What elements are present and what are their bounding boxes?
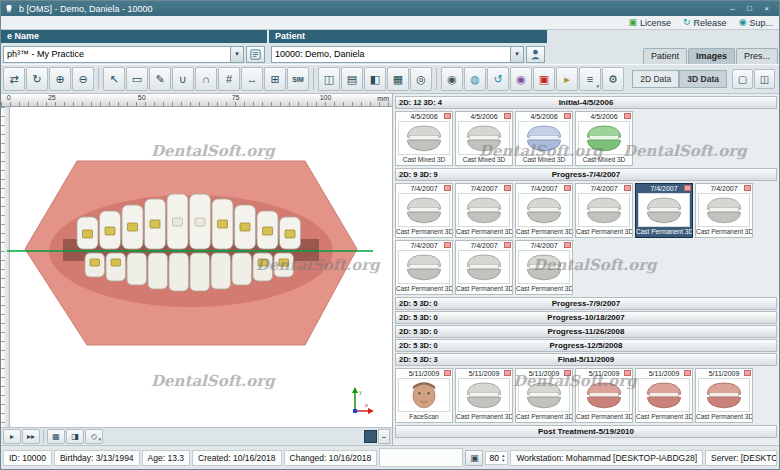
image-thumbnail[interactable]: 7/4/2007Cast Permanent 3D — [455, 183, 513, 238]
thumbnail-image — [458, 378, 510, 412]
grid-view-button[interactable]: ▦ — [47, 429, 65, 444]
record-icon[interactable]: ◉ — [510, 67, 532, 91]
zoom-out-tool-icon[interactable]: ⊖ — [72, 67, 94, 91]
practice-combo-arrow-icon[interactable]: ▾ — [230, 47, 243, 62]
image-thumbnail[interactable]: 5/11/2009Cast Permanent 3D — [455, 368, 513, 423]
status-release[interactable]: ↻Release — [683, 18, 727, 28]
patient-combo[interactable]: 10000: Demo, Daniela ▾ — [271, 46, 524, 63]
more-options-button[interactable]: ▪▪ — [378, 429, 390, 444]
maximize-button[interactable]: □ — [741, 4, 758, 13]
patient-photo-button[interactable]: ▣ — [465, 450, 483, 466]
3d-viewport[interactable]: y x — [1, 107, 392, 427]
clip-plane-icon[interactable]: ◧ — [364, 67, 386, 91]
settings-gear-icon[interactable]: ⚙ — [602, 67, 624, 91]
book-icon — [249, 48, 262, 61]
image-thumbnail[interactable]: 4/5/2006Cast Mixed 3D — [575, 111, 633, 166]
background-color-button[interactable] — [364, 430, 377, 443]
object-list-button[interactable]: ◨ — [66, 429, 84, 444]
zoom-in-tool-icon[interactable]: ⊕ — [49, 67, 71, 91]
section-counts: 2D: 5 3D: 0 — [396, 341, 448, 350]
tab-2d-data[interactable]: 2D Data — [632, 70, 679, 88]
folder-icon[interactable]: ▸ — [556, 67, 578, 91]
3d-options-button[interactable]: ◇▾ — [85, 429, 103, 444]
single-view-toggle[interactable]: ▢ — [732, 69, 753, 89]
image-thumbnail[interactable]: 7/4/2007Cast Permanent 3D — [695, 183, 753, 238]
image-type-marker-icon — [444, 370, 451, 376]
gallery-section-header[interactable]: Post Treatment-5/19/2010 — [395, 425, 777, 438]
tab-images[interactable]: Images — [688, 48, 735, 64]
section-title: Progress-7/9/2007 — [448, 299, 724, 308]
thumbnail-label: Cast Permanent 3D — [516, 227, 572, 237]
sync-icon[interactable]: ↺ — [487, 67, 509, 91]
gallery-section-header[interactable]: 2D: 5 3D: 0Progress-12/5/2008 — [395, 339, 777, 352]
toolbar-separator — [313, 68, 314, 90]
rectangle-select-icon[interactable]: ▭ — [126, 67, 148, 91]
image-thumbnail[interactable]: 7/4/2007Cast Permanent 3D — [455, 240, 513, 295]
select-tool-icon[interactable]: ↖ — [103, 67, 125, 91]
image-type-marker-icon — [444, 242, 451, 248]
mirror-tool-icon[interactable]: ◫ — [318, 67, 340, 91]
grid-tool-icon[interactable]: ⊞ — [264, 67, 286, 91]
image-thumbnail[interactable]: 7/4/2007Cast Permanent 3D — [635, 183, 693, 238]
fast-forward-button[interactable]: ▸▸ — [22, 429, 40, 444]
mesh-icon[interactable]: ▦ — [387, 67, 409, 91]
web-icon[interactable]: ◍ — [464, 67, 486, 91]
draw-tool-icon[interactable]: ✎ — [149, 67, 171, 91]
status-field: Created: 10/16/2018 — [192, 450, 282, 466]
patient-header: Patient — [269, 30, 547, 43]
image-thumbnail[interactable]: 7/4/2007Cast Permanent 3D — [575, 183, 633, 238]
thumbnail-label: Cast Permanent 3D — [636, 227, 692, 237]
minimize-button[interactable]: – — [724, 4, 741, 13]
image-thumbnail[interactable]: 7/4/2007Cast Permanent 3D — [515, 240, 573, 295]
image-thumbnail[interactable]: 5/11/2009Cast Permanent 3D — [515, 368, 573, 423]
image-thumbnail[interactable]: 5/11/2009Cast Permanent 3D — [695, 368, 753, 423]
image-thumbnail[interactable]: 4/5/2006Cast Mixed 3D — [455, 111, 513, 166]
image-thumbnail[interactable]: 5/11/2009Cast Permanent 3D — [575, 368, 633, 423]
section-counts: 2D: 5 3D: 0 — [396, 313, 448, 322]
upper-arch-icon[interactable]: ∩ — [195, 67, 217, 91]
gallery-section-header[interactable]: 2D: 5 3D: 0Progress-11/26/2008 — [395, 325, 777, 338]
gallery-section-header[interactable]: 2D: 5 3D: 0Progress-10/18/2007 — [395, 311, 777, 324]
practice-search-button[interactable] — [246, 46, 265, 63]
tool-bar: ⇄↻⊕⊖↖▭✎∪∩#↔⊞SIM◫▤◧▦◎◉◍↺◉▣▸≡▾⚙ — [3, 67, 624, 91]
lower-arch-icon[interactable]: ∪ — [172, 67, 194, 91]
bracket-tool-icon[interactable]: # — [218, 67, 240, 91]
gallery-section-header[interactable]: 2D: 12 3D: 4Initial-4/5/2006 — [395, 96, 777, 109]
zoom-spinner[interactable]: 80▴▾ — [485, 451, 508, 465]
image-thumbnail[interactable]: 7/4/2007Cast Permanent 3D — [515, 183, 573, 238]
image-type-marker-icon — [564, 242, 571, 248]
cast-thumbnail-graphic — [639, 379, 689, 411]
pan-tool-icon[interactable]: ⇄ — [3, 67, 25, 91]
gallery-section-header[interactable]: 2D: 9 3D: 9Progress-7/4/2007 — [395, 168, 777, 181]
thumbnail-label: Cast Permanent 3D — [576, 227, 632, 237]
gallery-section-header[interactable]: 2D: 5 3D: 0Progress-7/9/2007 — [395, 297, 777, 310]
status-license[interactable]: ▣License — [629, 18, 672, 28]
split-view-toggle[interactable]: ◫ — [754, 69, 775, 89]
patient-lookup-button[interactable] — [526, 46, 545, 63]
tab-pres[interactable]: Pres... — [736, 48, 778, 64]
patient-combo-arrow-icon[interactable]: ▾ — [510, 47, 523, 62]
measure-tool-icon[interactable]: ↔ — [241, 67, 263, 91]
image-thumbnail[interactable]: 5/11/2009Cast Permanent 3D — [635, 368, 693, 423]
image-thumbnail[interactable]: 4/5/2006Cast Mixed 3D — [515, 111, 573, 166]
gallery-section-header[interactable]: 2D: 5 3D: 3Final-5/11/2009 — [395, 353, 777, 366]
status-support[interactable]: ◉Sup... — [739, 18, 773, 28]
camera-icon[interactable]: ◎ — [410, 67, 432, 91]
image-thumbnail[interactable]: 7/4/2007Cast Permanent 3D — [395, 240, 453, 295]
layers-icon[interactable]: ▤ — [341, 67, 363, 91]
close-button[interactable]: × — [758, 4, 775, 13]
rotate-tool-icon[interactable]: ↻ — [26, 67, 48, 91]
practice-combo[interactable]: ph³™ - My Practice ▾ — [3, 46, 244, 63]
alert-icon[interactable]: ▣ — [533, 67, 555, 91]
sim-button[interactable]: SIM — [287, 67, 309, 91]
spin-down-icon[interactable]: ▾ — [502, 458, 505, 463]
eye-icon[interactable]: ◉ — [441, 67, 463, 91]
spinner-arrows[interactable]: ▴▾ — [502, 453, 505, 463]
image-thumbnail[interactable]: 4/5/2006Cast Mixed 3D — [395, 111, 453, 166]
image-thumbnail[interactable]: 5/11/2009FaceScan — [395, 368, 453, 423]
image-thumbnail[interactable]: 7/4/2007Cast Permanent 3D — [395, 183, 453, 238]
tab-3d-data[interactable]: 3D Data — [679, 70, 727, 88]
print-icon[interactable]: ≡▾ — [579, 67, 601, 91]
tab-patient[interactable]: Patient — [643, 48, 687, 64]
play-button[interactable]: ▸ — [3, 429, 21, 444]
